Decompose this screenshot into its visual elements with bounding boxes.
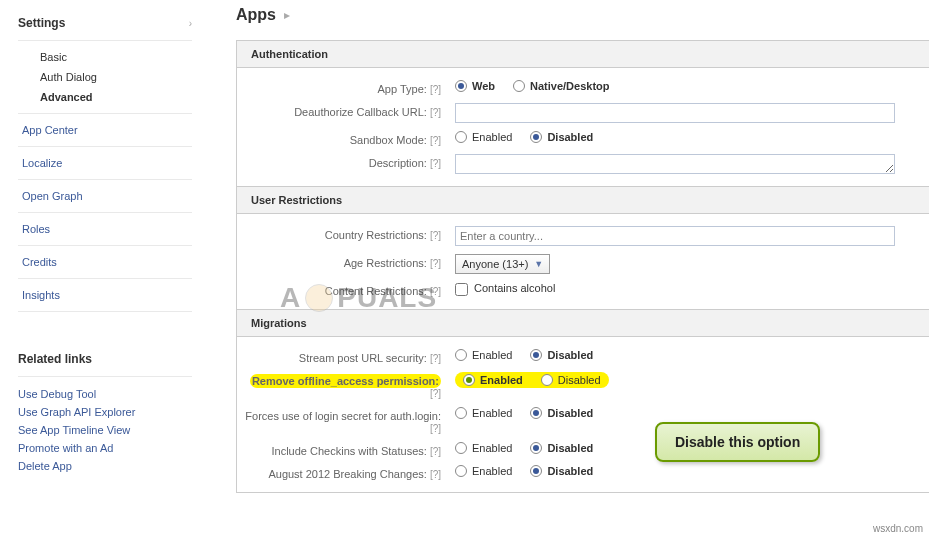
main-content: Apps ▸ Authentication App Type: [?] Web … [210, 0, 929, 493]
migration-offline-access-label: Remove offline_access permission: [252, 375, 439, 387]
nav-roles[interactable]: Roles [18, 212, 192, 245]
migration-checkins-disabled[interactable]: Disabled [530, 442, 593, 454]
link-delete-app[interactable]: Delete App [18, 457, 192, 475]
nav-credits[interactable]: Credits [18, 245, 192, 278]
radio-icon [541, 374, 553, 386]
migration-stream-enabled[interactable]: Enabled [455, 349, 512, 361]
sandbox-disabled[interactable]: Disabled [530, 131, 593, 143]
link-app-timeline-view[interactable]: See App Timeline View [18, 421, 192, 439]
nav-localize[interactable]: Localize [18, 146, 192, 179]
help-icon[interactable]: [?] [430, 84, 441, 95]
help-icon[interactable]: [?] [430, 286, 441, 297]
migration-aug2012-disabled[interactable]: Disabled [530, 465, 593, 477]
help-icon[interactable]: [?] [430, 107, 441, 118]
link-promote-ad[interactable]: Promote with an Ad [18, 439, 192, 457]
source-attribution: wsxdn.com [873, 523, 923, 534]
sidebar: Settings › Basic Auth Dialog Advanced Ap… [0, 0, 210, 493]
app-type-label: App Type: [377, 83, 426, 95]
chevron-right-icon: ▸ [284, 8, 290, 22]
migration-stream-disabled[interactable]: Disabled [530, 349, 593, 361]
radio-icon [463, 374, 475, 386]
sidebar-settings-header[interactable]: Settings › [18, 10, 192, 41]
radio-icon [455, 349, 467, 361]
app-type-native[interactable]: Native/Desktop [513, 80, 609, 92]
migration-checkins-enabled[interactable]: Enabled [455, 442, 512, 454]
radio-icon [455, 80, 467, 92]
nav-insights[interactable]: Insights [18, 278, 192, 312]
radio-icon [530, 131, 542, 143]
chevron-right-icon: › [189, 18, 192, 29]
migration-login-disabled[interactable]: Disabled [530, 407, 593, 419]
country-restrictions-input[interactable] [455, 226, 895, 246]
section-migrations: Migrations [237, 309, 929, 337]
radio-icon [530, 407, 542, 419]
age-restrictions-select[interactable]: Anyone (13+) ▼ [455, 254, 550, 274]
related-links: Use Debug Tool Use Graph API Explorer Se… [18, 377, 192, 475]
content-restrictions-checkbox[interactable]: Contains alcohol [455, 282, 555, 296]
age-restrictions-label: Age Restrictions: [344, 257, 427, 269]
migration-checkins-label: Include Checkins with Statuses: [272, 445, 427, 457]
help-icon[interactable]: [?] [430, 158, 441, 169]
content-restrictions-label: Content Restrictions: [325, 285, 427, 297]
migration-offline-enabled[interactable]: Enabled [463, 374, 523, 386]
help-icon[interactable]: [?] [430, 388, 441, 399]
radio-icon [455, 407, 467, 419]
migration-stream-post-label: Stream post URL security: [299, 352, 427, 364]
checkbox-icon[interactable] [455, 283, 468, 296]
migration-login-enabled[interactable]: Enabled [455, 407, 512, 419]
radio-icon [530, 442, 542, 454]
sandbox-enabled[interactable]: Enabled [455, 131, 512, 143]
chevron-down-icon: ▼ [534, 259, 543, 269]
radio-icon [455, 131, 467, 143]
migration-offline-disabled[interactable]: Disabled [541, 374, 601, 386]
radio-icon [455, 442, 467, 454]
link-graph-api-explorer[interactable]: Use Graph API Explorer [18, 403, 192, 421]
age-restrictions-value: Anyone (13+) [462, 258, 528, 270]
settings-panel: Authentication App Type: [?] Web Native/… [236, 40, 929, 493]
radio-icon [530, 465, 542, 477]
sandbox-label: Sandbox Mode: [350, 134, 427, 146]
help-icon[interactable]: [?] [430, 135, 441, 146]
settings-subnav: Basic Auth Dialog Advanced [18, 41, 192, 113]
help-icon[interactable]: [?] [430, 469, 441, 480]
radio-icon [530, 349, 542, 361]
deauth-label: Deauthorize Callback URL: [294, 106, 427, 118]
migration-login-secret-label: Forces use of login secret for auth.logi… [245, 410, 441, 422]
subnav-basic[interactable]: Basic [40, 47, 192, 67]
migration-aug2012-label: August 2012 Breaking Changes: [268, 468, 426, 480]
settings-label: Settings [18, 16, 65, 30]
related-links-header: Related links [18, 352, 192, 377]
country-restrictions-label: Country Restrictions: [325, 229, 427, 241]
breadcrumb: Apps ▸ [236, 6, 929, 24]
link-debug-tool[interactable]: Use Debug Tool [18, 385, 192, 403]
description-input[interactable] [455, 154, 895, 174]
migration-aug2012-enabled[interactable]: Enabled [455, 465, 512, 477]
nav-app-center[interactable]: App Center [18, 113, 192, 146]
radio-icon [513, 80, 525, 92]
help-icon[interactable]: [?] [430, 258, 441, 269]
deauth-url-input[interactable] [455, 103, 895, 123]
annotation-callout: Disable this option [655, 422, 820, 462]
radio-icon [455, 465, 467, 477]
help-icon[interactable]: [?] [430, 423, 441, 434]
help-icon[interactable]: [?] [430, 353, 441, 364]
breadcrumb-apps[interactable]: Apps [236, 6, 276, 24]
help-icon[interactable]: [?] [430, 446, 441, 457]
help-icon[interactable]: [?] [430, 230, 441, 241]
section-authentication: Authentication [237, 41, 929, 68]
subnav-advanced[interactable]: Advanced [40, 87, 192, 107]
app-type-web[interactable]: Web [455, 80, 495, 92]
section-user-restrictions: User Restrictions [237, 186, 929, 214]
subnav-auth-dialog[interactable]: Auth Dialog [40, 67, 192, 87]
nav-open-graph[interactable]: Open Graph [18, 179, 192, 212]
description-label: Description: [369, 157, 427, 169]
